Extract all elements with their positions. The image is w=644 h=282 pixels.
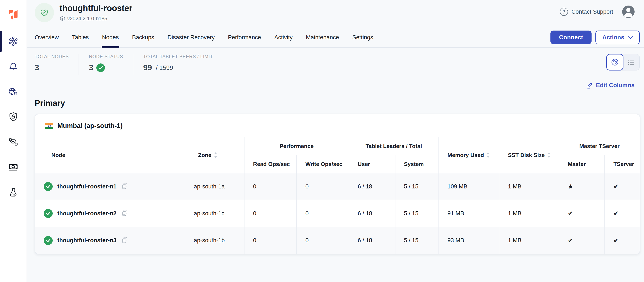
table-header: Node Zone Performance Tablet Leaders / T…	[35, 137, 640, 173]
sst-disk-size-cell: 1 MB	[499, 200, 559, 227]
sidebar-item-clusters[interactable]	[0, 29, 26, 54]
cluster-version: v2024.2.1.0-b185	[67, 15, 107, 21]
column-header-user[interactable]: User	[349, 155, 395, 173]
node-name[interactable]: thoughtful-rooster-n1	[58, 183, 116, 190]
sidebar-item-integrations[interactable]	[0, 130, 26, 155]
memory-used-cell: 93 MB	[439, 227, 499, 254]
cluster-version-row: v2024.2.1.0-b185	[60, 15, 132, 21]
edit-columns-row: Edit Columns	[28, 82, 644, 89]
sidebar-nav	[0, 29, 26, 205]
master-check-icon: ✔	[559, 200, 604, 227]
india-flag-icon	[45, 123, 53, 129]
node-cell: thoughtful-rooster-n1	[35, 173, 185, 200]
node-cell: thoughtful-rooster-n3	[35, 227, 185, 254]
sst-disk-size-cell: 1 MB	[499, 173, 559, 200]
zone-cell: ap-south-1b	[185, 227, 244, 254]
cluster-header: thoughtful-rooster v2024.2.1.0-b185 ? Co…	[28, 0, 644, 22]
pencil-icon	[586, 82, 594, 89]
sort-icon[interactable]	[486, 152, 490, 158]
edit-columns-button[interactable]: Edit Columns	[586, 82, 634, 89]
stat-node-status-count: 3	[89, 63, 93, 72]
tab-backups[interactable]: Backups	[132, 27, 154, 47]
system-tablets-cell: 5 / 15	[395, 227, 439, 254]
read-ops-cell: 0	[244, 227, 296, 254]
column-header-zone[interactable]: Zone	[185, 137, 244, 173]
alerts-bell-icon	[8, 62, 18, 71]
network-globe-gear-icon	[8, 87, 18, 96]
memory-used-cell: 91 MB	[439, 200, 499, 227]
table-row[interactable]: thoughtful-rooster-n1 ap-south-1a 0	[35, 173, 640, 200]
node-name[interactable]: thoughtful-rooster-n3	[58, 237, 116, 244]
cluster-health-badge	[35, 3, 54, 22]
help-icon[interactable]: ?	[560, 8, 568, 16]
copy-node-name-button[interactable]	[121, 182, 128, 191]
write-ops-cell: 0	[296, 200, 349, 227]
column-header-tserver[interactable]: TServer	[604, 155, 640, 173]
tab-settings[interactable]: Settings	[352, 27, 373, 47]
table-row[interactable]: thoughtful-rooster-n2 ap-south-1c 0	[35, 200, 640, 227]
connect-button[interactable]: Connect	[550, 30, 592, 44]
chevron-down-icon	[628, 36, 633, 39]
stat-node-status-label: NODE STATUS	[89, 54, 123, 59]
tab-tables[interactable]: Tables	[72, 27, 89, 47]
billing-icon	[8, 163, 18, 172]
actions-button[interactable]: Actions	[596, 30, 640, 44]
user-avatar[interactable]	[622, 5, 634, 18]
topbar-right: ? Contact Support	[560, 5, 634, 18]
sidebar-item-network[interactable]	[0, 79, 26, 104]
tab-nodes[interactable]: Nodes	[102, 27, 119, 47]
column-header-sst-disk-size[interactable]: SST Disk Size	[499, 137, 559, 173]
tab-disaster-recovery[interactable]: Disaster Recovery	[168, 27, 215, 47]
table-row[interactable]: thoughtful-rooster-n3 ap-south-1b 0	[35, 227, 640, 254]
sort-icon[interactable]	[214, 152, 217, 158]
user-tablets-cell: 6 / 18	[349, 173, 395, 200]
tserver-check-icon: ✔	[604, 227, 640, 254]
column-group-performance: Performance	[244, 137, 349, 155]
tab-maintenance[interactable]: Maintenance	[306, 27, 339, 47]
user-tablets-cell: 6 / 18	[349, 200, 395, 227]
stat-tablet-peers-label: TOTAL TABLET PEERS / LIMIT	[143, 54, 213, 59]
column-header-read-ops[interactable]: Read Ops/sec	[244, 155, 296, 173]
list-view-toggle[interactable]	[623, 54, 639, 70]
stat-total-nodes-label: TOTAL NODES	[35, 54, 69, 59]
tserver-check-icon: ✔	[604, 173, 640, 200]
cluster-title-block: thoughtful-rooster v2024.2.1.0-b185	[60, 3, 132, 21]
read-ops-cell: 0	[244, 173, 296, 200]
region-card-header: Mumbai (ap-south-1)	[35, 114, 640, 137]
stat-tablet-peers-value: 99 / 1599	[143, 63, 213, 72]
tab-performance[interactable]: Performance	[228, 27, 261, 47]
tab-activity[interactable]: Activity	[274, 27, 293, 47]
column-header-system[interactable]: System	[395, 155, 439, 173]
master-leader-star-icon: ★	[559, 173, 604, 200]
integrations-icon	[8, 138, 18, 146]
sidebar-item-billing[interactable]	[0, 155, 26, 180]
layers-icon	[60, 16, 65, 21]
labs-flask-icon	[9, 188, 18, 197]
sidebar-item-labs[interactable]	[0, 180, 26, 205]
column-header-node[interactable]: Node	[35, 137, 185, 173]
cluster-icon	[8, 36, 18, 46]
sidebar-item-alerts[interactable]	[0, 54, 26, 79]
tab-overview[interactable]: Overview	[35, 27, 59, 47]
copy-icon	[121, 209, 128, 217]
heart-check-icon	[39, 7, 50, 18]
zone-cell: ap-south-1c	[185, 200, 244, 227]
sst-disk-size-cell: 1 MB	[499, 227, 559, 254]
copy-node-name-button[interactable]	[121, 209, 128, 217]
node-name[interactable]: thoughtful-rooster-n2	[58, 210, 116, 217]
column-header-memory-used[interactable]: Memory Used	[439, 137, 499, 173]
column-header-write-ops[interactable]: Write Ops/sec	[296, 155, 349, 173]
sort-icon[interactable]	[547, 152, 551, 158]
contact-support-link[interactable]: Contact Support	[572, 8, 613, 15]
map-view-toggle[interactable]	[606, 54, 624, 70]
yugabyte-logo[interactable]	[8, 4, 18, 26]
column-header-master[interactable]: Master	[559, 155, 604, 173]
sidebar-item-security[interactable]	[0, 104, 26, 130]
main-content: thoughtful-rooster v2024.2.1.0-b185 ? Co…	[28, 0, 644, 254]
stat-node-status-value: 3	[89, 63, 123, 72]
node-cell: thoughtful-rooster-n2	[35, 200, 185, 227]
view-toggle	[606, 54, 640, 70]
actions-button-label: Actions	[602, 34, 624, 41]
copy-node-name-button[interactable]	[121, 237, 128, 245]
sidebar	[0, 0, 27, 282]
